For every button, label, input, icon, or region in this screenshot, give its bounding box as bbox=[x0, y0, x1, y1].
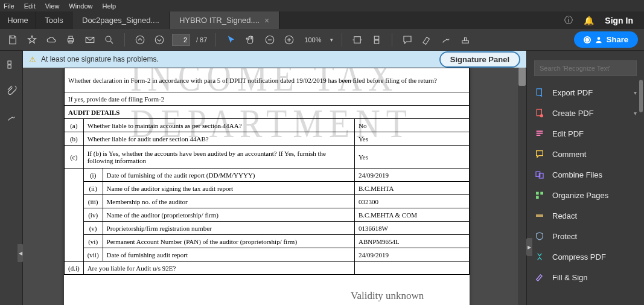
share-button[interactable]: Share bbox=[574, 31, 638, 48]
svg-rect-26 bbox=[536, 196, 539, 199]
cell-b-label: (b) bbox=[65, 132, 84, 146]
tool-protect-label: Protect bbox=[552, 232, 577, 241]
star-icon[interactable] bbox=[25, 33, 39, 47]
search-icon[interactable] bbox=[103, 33, 116, 47]
menu-window[interactable]: Window bbox=[69, 2, 92, 10]
tool-compress[interactable]: Compress PDF bbox=[527, 246, 644, 267]
tool-protect[interactable]: Protect bbox=[527, 226, 644, 246]
attachments-icon[interactable] bbox=[6, 86, 17, 99]
close-icon[interactable]: × bbox=[264, 16, 269, 25]
chevron-down-icon: ▾ bbox=[634, 89, 637, 96]
tab-doc2[interactable]: HYBRO ITR_Signed.... × bbox=[170, 11, 279, 29]
cell-vii-label: (vii) bbox=[83, 248, 103, 262]
document-viewport[interactable]: ⚠︎ At least one signature has problems. … bbox=[23, 51, 526, 305]
tool-redact[interactable]: Redact bbox=[527, 205, 644, 226]
doc-scrollbar[interactable] bbox=[518, 68, 526, 305]
page-number-input[interactable] bbox=[172, 34, 190, 46]
svg-rect-20 bbox=[537, 133, 543, 134]
scroll-mode-icon[interactable] bbox=[370, 33, 383, 47]
tool-export-pdf[interactable]: Export PDF ▾ bbox=[527, 82, 644, 103]
cell-vii-q: Date of furnishing audit report bbox=[103, 248, 354, 262]
fillsign-icon bbox=[534, 272, 545, 283]
zoom-dropdown-icon[interactable]: ▾ bbox=[330, 37, 333, 43]
tools-panel-scrollbar[interactable] bbox=[639, 80, 643, 112]
cell-a-v: No bbox=[355, 119, 470, 132]
menu-edit[interactable]: Edit bbox=[24, 2, 36, 10]
tool-create-pdf[interactable]: Create PDF ▾ bbox=[527, 103, 644, 123]
page-down-icon[interactable] bbox=[153, 33, 166, 47]
tool-fillsign-label: Fill & Sign bbox=[552, 273, 588, 282]
highlight-icon[interactable] bbox=[420, 33, 433, 47]
sign-icon[interactable] bbox=[439, 33, 453, 47]
shield-icon bbox=[534, 231, 545, 242]
sign-in-link[interactable]: Sign In bbox=[605, 16, 633, 25]
tool-redact-label: Redact bbox=[552, 211, 577, 220]
zoom-level: 100% bbox=[304, 36, 321, 43]
tab-tools[interactable]: Tools bbox=[36, 11, 72, 29]
save-icon[interactable] bbox=[6, 33, 19, 47]
signature-rail-icon[interactable] bbox=[6, 112, 17, 126]
cell-c-spacer bbox=[65, 169, 84, 262]
tool-edit-pdf[interactable]: Edit PDF bbox=[527, 123, 644, 144]
validity-stamp: Validity unknown bbox=[351, 290, 424, 302]
menu-file[interactable]: File bbox=[4, 2, 14, 10]
cell-ii-label: (ii) bbox=[83, 182, 103, 195]
cell-iii-q: Membership no. of the auditor bbox=[103, 195, 354, 208]
cell-vi-q: Permanent Account Number (PAN) of the au… bbox=[103, 235, 354, 248]
cell-vii-v: 24/09/2019 bbox=[355, 248, 470, 262]
mail-icon[interactable] bbox=[83, 33, 97, 47]
cell-i-label: (i) bbox=[83, 169, 103, 182]
svg-point-4 bbox=[106, 36, 111, 42]
cell-c-q: If (b) is Yes, whether the accounts have… bbox=[83, 146, 354, 169]
zoom-in-icon[interactable] bbox=[282, 33, 296, 47]
cloud-icon[interactable] bbox=[45, 33, 58, 47]
scroll-thumb[interactable] bbox=[518, 68, 526, 86]
fit-width-icon[interactable] bbox=[351, 33, 364, 47]
comment-icon[interactable] bbox=[401, 33, 414, 47]
stamp-icon[interactable] bbox=[459, 33, 472, 47]
thumbnails-icon[interactable] bbox=[6, 59, 17, 72]
cell-c-v: Yes bbox=[355, 146, 470, 169]
bell-icon[interactable]: 🔔 bbox=[584, 16, 594, 25]
tool-compress-label: Compress PDF bbox=[552, 252, 606, 262]
svg-point-18 bbox=[540, 114, 543, 117]
svg-rect-16 bbox=[537, 89, 541, 95]
cursor-icon[interactable] bbox=[225, 33, 238, 47]
tool-edit-label: Edit PDF bbox=[552, 129, 584, 138]
tool-comment[interactable]: Comment bbox=[527, 144, 644, 164]
cell-di-v bbox=[355, 262, 470, 275]
tab-home[interactable]: Home bbox=[0, 11, 36, 29]
tools-list: Export PDF ▾ Create PDF ▾ Edit PDF Comme… bbox=[527, 82, 644, 305]
tools-search-input[interactable] bbox=[534, 60, 637, 76]
row-declaration: Whether declaration in Form-2 in accorda… bbox=[65, 68, 470, 92]
tool-organize[interactable]: Organize Pages bbox=[527, 185, 644, 205]
right-collapse-handle[interactable]: ▶ bbox=[526, 238, 532, 256]
tab-doc2-label: HYBRO ITR_Signed.... bbox=[179, 16, 260, 25]
organize-icon bbox=[534, 190, 545, 201]
menu-view[interactable]: View bbox=[45, 2, 60, 10]
help-icon[interactable]: ⓘ bbox=[564, 15, 573, 26]
signature-panel-button[interactable]: Signature Panel bbox=[439, 51, 520, 68]
cell-iii-label: (iii) bbox=[83, 195, 103, 208]
share-label: Share bbox=[607, 35, 628, 44]
svg-rect-10 bbox=[374, 36, 379, 39]
cell-v-label: (v) bbox=[83, 222, 103, 235]
tab-doc1[interactable]: Doc2pages_Signed.... bbox=[72, 11, 170, 29]
page-up-icon[interactable] bbox=[133, 33, 147, 47]
page-total-label: / 87 bbox=[196, 36, 207, 43]
row-form2-date: If yes, provide date of filing Form-2 bbox=[65, 92, 470, 106]
tool-fill-sign[interactable]: Fill & Sign bbox=[527, 267, 644, 287]
hand-icon[interactable] bbox=[244, 33, 257, 47]
person-icon bbox=[595, 36, 603, 44]
warning-icon: ⚠︎ bbox=[29, 55, 36, 64]
svg-rect-25 bbox=[540, 192, 543, 195]
cell-di-q: Are you liable for Audit u/s 92E? bbox=[83, 262, 354, 275]
comment-tool-icon bbox=[534, 149, 545, 159]
menu-help[interactable]: Help bbox=[102, 2, 116, 10]
tool-combine[interactable]: Combine Files bbox=[527, 164, 644, 185]
export-icon bbox=[534, 87, 545, 98]
zoom-out-icon[interactable] bbox=[263, 33, 276, 47]
menu-bar: File Edit View Window Help bbox=[0, 0, 644, 11]
print-icon[interactable] bbox=[64, 33, 77, 47]
page-canvas: INCOME TAX DEPARTMENT Validity unknown W… bbox=[64, 68, 470, 305]
